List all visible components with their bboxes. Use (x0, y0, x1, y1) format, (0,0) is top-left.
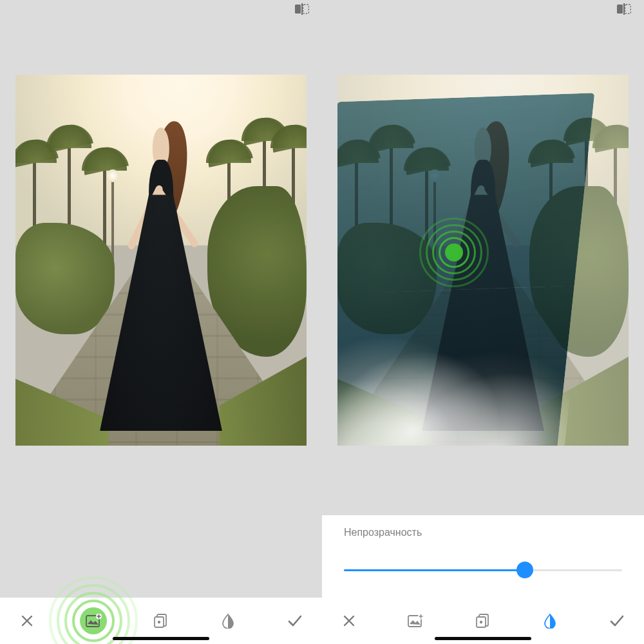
svg-rect-0 (295, 5, 301, 14)
image-canvas-original[interactable] (15, 75, 307, 446)
overlay-image-foam (337, 285, 582, 446)
opacity-button[interactable] (218, 611, 238, 631)
tap-hint-indicator (45, 573, 142, 644)
svg-point-15 (480, 621, 482, 623)
styles-button[interactable] (151, 611, 171, 631)
home-indicator (113, 637, 209, 640)
svg-rect-1 (303, 5, 309, 14)
close-button[interactable] (17, 611, 37, 631)
slider-track-fill (344, 569, 525, 571)
opacity-slider[interactable] (344, 562, 622, 580)
confirm-button[interactable] (607, 611, 627, 631)
svg-rect-2 (301, 3, 303, 15)
svg-rect-8 (617, 5, 623, 14)
photo-figure (100, 112, 222, 431)
image-canvas-editing[interactable] (337, 75, 629, 446)
app-stage: Непрозрачность (0, 0, 644, 644)
status-bar (0, 0, 322, 18)
touch-ripple-indicator (415, 214, 493, 291)
svg-point-7 (158, 621, 160, 623)
opacity-label: Непрозрачность (344, 527, 422, 538)
styles-button[interactable] (473, 611, 493, 631)
status-bar (322, 0, 644, 18)
bottom-toolbar-right (322, 598, 644, 644)
slider-thumb[interactable] (516, 562, 533, 578)
svg-rect-9 (625, 5, 631, 14)
opacity-panel: Непрозрачность (322, 515, 644, 598)
add-image-button[interactable] (406, 611, 426, 631)
svg-rect-10 (623, 3, 625, 15)
screen-right: Непрозрачность (322, 0, 644, 644)
close-button[interactable] (339, 611, 359, 631)
home-indicator (435, 637, 531, 640)
bottom-toolbar-left (0, 598, 322, 644)
compare-icon[interactable] (617, 3, 631, 15)
add-image-button[interactable] (84, 611, 104, 631)
confirm-button[interactable] (285, 611, 305, 631)
photo-dress (100, 194, 222, 431)
screen-left (0, 0, 322, 644)
compare-icon[interactable] (295, 3, 309, 15)
opacity-button[interactable] (540, 611, 560, 631)
